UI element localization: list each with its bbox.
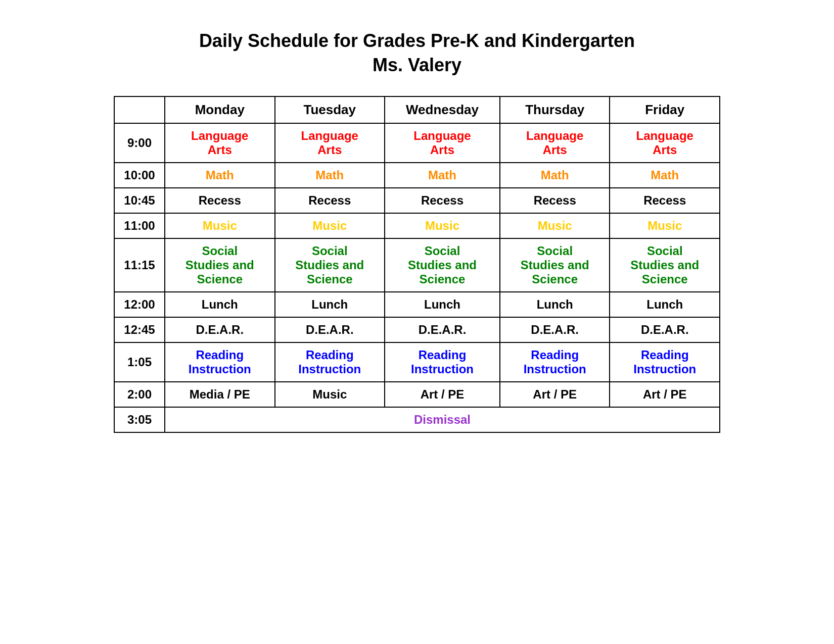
table-row: 1:05ReadingInstructionReadingInstruction…	[114, 342, 720, 382]
subject-cell: Recess	[165, 188, 275, 213]
subject-cell: Music	[610, 213, 720, 238]
subject-cell: ReadingInstruction	[385, 342, 500, 382]
time-cell: 10:45	[114, 188, 165, 213]
subject-cell: SocialStudies andScience	[165, 238, 275, 292]
subject-cell: Music	[275, 382, 385, 407]
time-cell: 9:00	[114, 123, 165, 163]
time-cell: 12:00	[114, 292, 165, 317]
subject-cell: Music	[500, 213, 610, 238]
table-row: 12:45D.E.A.R.D.E.A.R.D.E.A.R.D.E.A.R.D.E…	[114, 317, 720, 342]
subject-cell: Music	[165, 213, 275, 238]
schedule-table: Monday Tuesday Wednesday Thursday Friday…	[114, 96, 720, 433]
time-cell: 10:00	[114, 163, 165, 188]
subject-cell: Art / PE	[610, 382, 720, 407]
subject-cell: Music	[275, 213, 385, 238]
subject-cell: SocialStudies andScience	[385, 238, 500, 292]
subject-cell: Recess	[385, 188, 500, 213]
subject-cell: Lunch	[500, 292, 610, 317]
subject-cell: D.E.A.R.	[165, 317, 275, 342]
subject-cell: Math	[275, 163, 385, 188]
header-wednesday: Wednesday	[385, 96, 500, 123]
subject-cell: SocialStudies andScience	[275, 238, 385, 292]
subject-cell: Math	[610, 163, 720, 188]
subject-cell: Math	[385, 163, 500, 188]
header-friday: Friday	[610, 96, 720, 123]
subject-cell: LanguageArts	[275, 123, 385, 163]
subject-cell: Lunch	[610, 292, 720, 317]
table-row: 10:00MathMathMathMathMath	[114, 163, 720, 188]
time-cell: 11:00	[114, 213, 165, 238]
header-monday: Monday	[165, 96, 275, 123]
subject-cell: ReadingInstruction	[610, 342, 720, 382]
subject-cell: Math	[500, 163, 610, 188]
time-cell: 1:05	[114, 342, 165, 382]
time-cell: 11:15	[114, 238, 165, 292]
subject-cell: D.E.A.R.	[610, 317, 720, 342]
table-row: 11:00MusicMusicMusicMusicMusic	[114, 213, 720, 238]
subject-cell: Art / PE	[385, 382, 500, 407]
time-cell: 12:45	[114, 317, 165, 342]
subject-cell: Math	[165, 163, 275, 188]
page-title-line2: Ms. Valery	[373, 55, 461, 76]
table-row: 2:00Media / PEMusicArt / PEArt / PEArt /…	[114, 382, 720, 407]
subject-cell: LanguageArts	[500, 123, 610, 163]
subject-cell: Lunch	[275, 292, 385, 317]
subject-cell: LanguageArts	[165, 123, 275, 163]
subject-cell: D.E.A.R.	[385, 317, 500, 342]
table-row: 9:00LanguageArtsLanguageArtsLanguageArts…	[114, 123, 720, 163]
subject-cell: ReadingInstruction	[500, 342, 610, 382]
time-cell: 3:05	[114, 407, 165, 432]
subject-cell: Recess	[610, 188, 720, 213]
header-time	[114, 96, 165, 123]
subject-cell: LanguageArts	[385, 123, 500, 163]
subject-cell: Art / PE	[500, 382, 610, 407]
subject-cell: D.E.A.R.	[500, 317, 610, 342]
subject-cell: SocialStudies andScience	[500, 238, 610, 292]
header-tuesday: Tuesday	[275, 96, 385, 123]
time-cell: 2:00	[114, 382, 165, 407]
header-thursday: Thursday	[500, 96, 610, 123]
subject-cell: Lunch	[165, 292, 275, 317]
subject-cell: SocialStudies andScience	[610, 238, 720, 292]
dismissal-cell: Dismissal	[165, 407, 720, 432]
subject-cell: ReadingInstruction	[275, 342, 385, 382]
table-row: 12:00LunchLunchLunchLunchLunch	[114, 292, 720, 317]
page-container: Daily Schedule for Grades Pre-K and Kind…	[114, 30, 720, 433]
subject-cell: Lunch	[385, 292, 500, 317]
table-row: 11:15SocialStudies andScienceSocialStudi…	[114, 238, 720, 292]
subject-cell: Music	[385, 213, 500, 238]
table-row: 10:45RecessRecessRecessRecessRecess	[114, 188, 720, 213]
subject-cell: Recess	[500, 188, 610, 213]
subject-cell: ReadingInstruction	[165, 342, 275, 382]
subject-cell: D.E.A.R.	[275, 317, 385, 342]
subject-cell: Media / PE	[165, 382, 275, 407]
page-title-line1: Daily Schedule for Grades Pre-K and Kind…	[199, 30, 635, 52]
subject-cell: LanguageArts	[610, 123, 720, 163]
subject-cell: Recess	[275, 188, 385, 213]
table-row: 3:05Dismissal	[114, 407, 720, 432]
